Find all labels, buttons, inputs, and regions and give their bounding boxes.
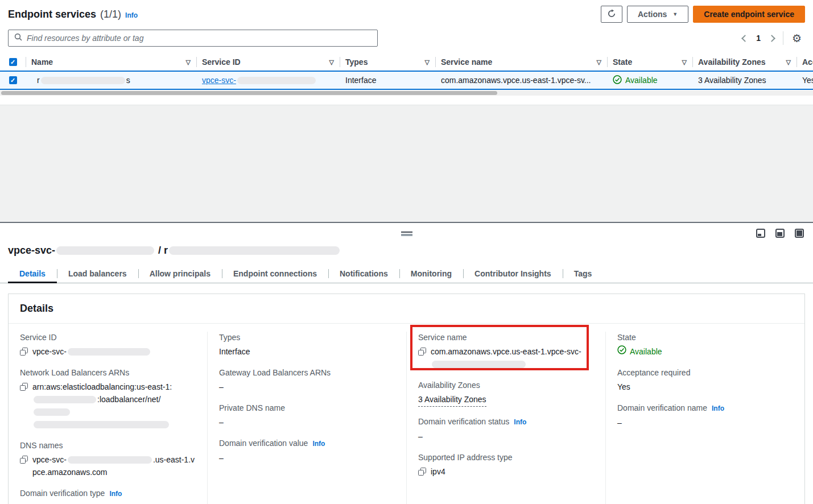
create-endpoint-service-button[interactable]: Create endpoint service (693, 6, 805, 23)
tab-details[interactable]: Details (8, 265, 57, 283)
column-header-name[interactable]: Name ▽ (26, 53, 196, 71)
field-supported-ip-address-type: Supported IP address type ipv4 (418, 452, 594, 478)
tab-monitoring[interactable]: Monitoring (399, 265, 463, 283)
info-link[interactable]: Info (109, 490, 122, 498)
field-availability-zones: Availability Zones 3 Availability Zones (418, 379, 594, 407)
select-all-checkbox[interactable]: ✓ (9, 58, 17, 66)
tab-notifications[interactable]: Notifications (328, 265, 399, 283)
split-panel-title: vpce-svc- / r (0, 223, 813, 257)
redacted-text (41, 77, 125, 84)
panel-size-controls (756, 229, 804, 238)
field-domain-verification-status: Domain verification statusInfo – (418, 416, 594, 443)
column-header-service-name[interactable]: Service name ▽ (435, 53, 607, 71)
refresh-icon (607, 9, 616, 20)
select-all-header: ✓ (0, 53, 26, 71)
divider (783, 31, 783, 45)
column-header-types[interactable]: Types ▽ (340, 53, 435, 71)
cell-service-id: vpce-svc- (196, 76, 340, 85)
copy-icon[interactable] (418, 468, 426, 476)
details-column-4: State Available Acceptance required Yes (605, 332, 804, 504)
info-link[interactable]: Info (514, 418, 526, 426)
info-link[interactable]: Info (312, 440, 325, 448)
copy-icon[interactable] (20, 456, 28, 464)
redacted-text (432, 361, 526, 368)
search-box[interactable] (8, 30, 378, 47)
refresh-button[interactable] (601, 6, 622, 23)
pagination: 1 ⚙ (742, 31, 805, 45)
table-toolbar: 1 ⚙ (0, 23, 813, 47)
redacted-text (68, 348, 150, 356)
split-panel: vpce-svc- / r Details Load balancers All… (0, 223, 813, 503)
field-gateway-load-balancers-arns: Gateway Load Balancers ARNs – (219, 367, 395, 393)
availability-zones-link[interactable]: 3 Availability Zones (418, 393, 486, 407)
info-link[interactable]: Info (712, 404, 724, 412)
tab-tags[interactable]: Tags (563, 265, 604, 283)
cell-name: rs (26, 76, 196, 85)
field-domain-verification-name: Domain verification nameInfo – (617, 402, 793, 429)
column-header-acceptance-required[interactable]: Acceptance required (797, 53, 813, 71)
field-private-dns-name: Private DNS name – (219, 402, 395, 428)
filter-icon[interactable]: ▽ (329, 59, 334, 66)
details-column-2: Types Interface Gateway Load Balancers A… (207, 332, 406, 504)
filter-icon[interactable]: ▽ (425, 59, 430, 66)
horizontal-scrollbar[interactable] (0, 90, 813, 96)
panel-size-small-icon[interactable] (756, 229, 765, 238)
panel-size-medium-icon[interactable] (775, 229, 785, 238)
field-service-name: Service name com.amazonaws.vpce.us-east-… (418, 332, 594, 370)
filter-icon[interactable]: ▽ (597, 59, 601, 66)
status-text: Available (625, 76, 658, 85)
filter-icon[interactable]: ▽ (786, 59, 791, 66)
availability-zones-link[interactable]: 3 Availability Zones (698, 76, 766, 85)
redacted-text (34, 408, 70, 416)
status-text: Available (630, 345, 662, 358)
details-card: Details Service ID vpce-svc- Network Loa… (8, 294, 805, 504)
cell-service-name: com.amazonaws.vpce.us-east-1.vpce-sv... (435, 76, 607, 85)
details-card-title: Details (9, 294, 804, 324)
next-page-button[interactable] (768, 35, 775, 42)
cell-availability-zones: 3 Availability Zones (692, 76, 797, 85)
row-select-cell: ✓ (0, 76, 26, 84)
page-title: Endpoint services (8, 9, 96, 20)
prev-page-button[interactable] (741, 35, 749, 42)
field-domain-verification-value: Domain verification valueInfo – (219, 437, 395, 464)
redacted-text (56, 246, 154, 255)
caret-down-icon: ▼ (672, 11, 678, 17)
split-panel-drag-handle[interactable] (401, 232, 412, 236)
field-state: State Available (617, 332, 793, 358)
filter-icon[interactable]: ▽ (682, 59, 687, 66)
tab-endpoint-connections[interactable]: Endpoint connections (222, 265, 328, 283)
cell-acceptance-required: Yes (797, 76, 813, 85)
actions-button[interactable]: Actions ▼ (627, 6, 688, 23)
field-service-id: Service ID vpce-svc- (20, 332, 196, 358)
scrollbar-thumb[interactable] (1, 91, 497, 95)
column-header-availability-zones[interactable]: Availability Zones ▽ (692, 53, 797, 71)
copy-icon[interactable] (20, 348, 28, 356)
tab-allow-principals[interactable]: Allow principals (138, 265, 222, 283)
search-icon (14, 32, 23, 44)
preferences-gear-icon[interactable]: ⚙ (792, 33, 802, 44)
cell-state: Available (607, 75, 692, 86)
current-page[interactable]: 1 (756, 34, 761, 43)
redacted-text (68, 456, 152, 464)
copy-icon[interactable] (20, 383, 28, 391)
filter-icon[interactable]: ▽ (186, 59, 191, 66)
page-header: Endpoint services (1/1) Info Actions ▼ C… (0, 0, 813, 23)
column-header-state[interactable]: State ▽ (607, 53, 692, 71)
column-header-service-id[interactable]: Service ID ▽ (196, 53, 340, 71)
row-checkbox[interactable]: ✓ (9, 76, 17, 84)
tab-bar: Details Load balancers Allow principals … (0, 265, 813, 283)
table-header-row: ✓ Name ▽ Service ID ▽ Types ▽ Service na… (0, 53, 813, 71)
copy-icon[interactable] (418, 348, 426, 356)
title-info-link[interactable]: Info (125, 11, 138, 19)
status-check-icon (613, 75, 622, 86)
service-id-link[interactable]: vpce-svc- (202, 76, 317, 85)
field-acceptance-required: Acceptance required Yes (617, 367, 793, 393)
panel-size-large-icon[interactable] (795, 229, 804, 238)
redacted-text (34, 421, 169, 428)
details-column-3: Service name com.amazonaws.vpce.us-east-… (406, 332, 605, 504)
field-network-load-balancers-arns: Network Load Balancers ARNs arn:aws:elas… (20, 367, 196, 431)
table-row[interactable]: ✓ rs vpce-svc- Interface com.amazonaws.v… (0, 71, 813, 90)
tab-contributor-insights[interactable]: Contributor Insights (463, 265, 563, 283)
search-input[interactable] (27, 34, 372, 43)
tab-load-balancers[interactable]: Load balancers (57, 265, 138, 283)
